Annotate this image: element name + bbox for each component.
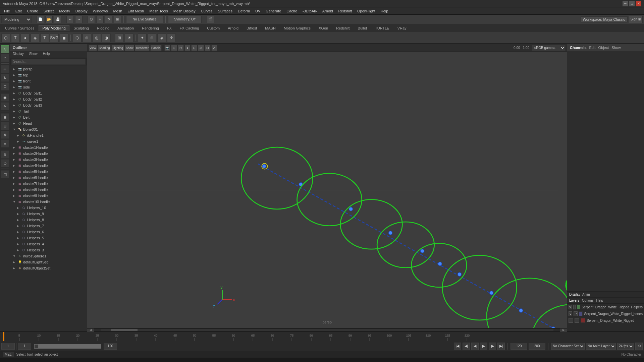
tab-mash[interactable]: MASH [261,25,279,31]
shelf-btn-6[interactable]: SVG [50,34,59,42]
tree-item-ikhandle1[interactable]: ▶ ⟳ ikHandle1 [10,132,87,138]
tree-item-cluster9[interactable]: ▶ ⊞ cluster9Handle [10,193,87,199]
tree-item-cluster7[interactable]: ▶ ⊞ cluster7Handle [10,181,87,187]
vp-smooth-btn[interactable]: ● [184,45,191,51]
tab-rendering[interactable]: Rendering [138,25,163,31]
tab-rigging[interactable]: Rigging [93,25,113,31]
tree-item-bone001[interactable]: ▼ 🦴 Bone001 [10,126,87,132]
move-tool-left[interactable]: ✛ [1,65,9,73]
tree-item-helpers7[interactable]: ▶ ⬡ Helpers_7 [10,223,87,229]
tab-sculpting[interactable]: Sculpting [70,25,93,31]
mel-label[interactable]: MEL [3,352,14,357]
tree-item-cluster3[interactable]: ▶ ⊞ cluster3Handle [10,157,87,163]
outliner-tab-help[interactable]: Help [40,51,53,58]
tab-motion-graphics[interactable]: Motion Graphics [280,25,314,31]
viewport-scrollbar-horizontal[interactable]: ◀ ▶ [87,328,567,331]
vp-menu-shading[interactable]: Shading [98,45,111,51]
tree-item-nurbssphere1[interactable]: ▼ ○ nurbsSphere1 [10,253,87,259]
live-surface-btn[interactable]: No Live Surface [126,16,163,23]
playback-range-bar[interactable] [34,344,101,349]
menu-file[interactable]: File [1,8,13,14]
scroll-thumb[interactable] [111,329,138,331]
tree-item-cluster5[interactable]: ▶ ⊞ cluster5Handle [10,169,87,175]
tab-bifrost[interactable]: Bifrost [243,25,261,31]
open-scene-btn[interactable]: 📂 [45,16,53,23]
tree-item-helpers4[interactable]: ▶ ⬡ Helpers_4 [10,241,87,247]
tab-vray[interactable]: VRay [394,25,410,31]
range-start-input[interactable] [18,343,31,350]
layer-vis-v2[interactable]: V [569,311,572,316]
tab-bullet[interactable]: Bullet [354,25,371,31]
vp-menu-panels[interactable]: Panels [150,45,162,51]
fps-dropdown[interactable]: 24 fps [617,343,634,350]
vp-aa-btn[interactable]: A [211,45,217,51]
layer-ref-empty2[interactable] [575,318,579,323]
shelf-btn-14[interactable]: ✦ [138,34,147,42]
shelf-btn-17[interactable]: ✛ [167,34,176,42]
vp-menu-show[interactable]: Show [125,45,135,51]
shelf-btn-11[interactable]: ◑ [102,34,111,42]
tree-item-cluster10[interactable]: ▼ ⊞ cluster10Handle [10,199,87,205]
menu-curves[interactable]: Curves [198,8,215,14]
outliner-tab-show[interactable]: Show [26,51,40,58]
vp-wireframe-btn[interactable]: ◻ [178,45,184,51]
move-tool-btn[interactable]: ✛ [96,16,104,23]
tree-item-persp[interactable]: ▶ 📷 persp [10,66,87,72]
tab-xgen[interactable]: XGen [315,25,332,31]
outliner-search-input[interactable] [11,59,86,65]
vp-xray-btn[interactable]: ⊡ [191,45,197,51]
tree-item-helpers6[interactable]: ▶ ⬡ Helpers_6 [10,229,87,235]
layer-subtab-help[interactable]: Help [596,299,603,302]
vp-grid-btn[interactable]: ⊞ [171,45,177,51]
tab-redshift[interactable]: Redshift [332,25,353,31]
layer-subtab-options[interactable]: Options [582,299,593,302]
vp-menu-renderer[interactable]: Renderer [135,45,150,51]
shelf-btn-1[interactable]: ⬡ [1,34,10,42]
scale-tool-btn[interactable]: ⊞ [114,16,121,23]
tree-item-tail[interactable]: ▶ ⬡ Tail [10,108,87,114]
tab-curves-surfaces[interactable]: Curves / Surfaces [1,25,38,31]
lasso-tool[interactable]: ⊙ [1,54,9,62]
tree-item-body1[interactable]: ▶ ⬡ Body_part1 [10,90,87,96]
cb-tab-edit[interactable]: Edit [589,46,596,50]
menu-help[interactable]: Help [378,8,391,14]
menu-mesh[interactable]: Mesh [110,8,125,14]
shelf-btn-5[interactable]: T [40,34,49,42]
layer-item-rigged[interactable]: Serpent_Dragon_White_Rigged [567,317,644,324]
save-scene-btn[interactable]: 💾 [54,16,61,23]
select-tool-btn[interactable]: ⬡ [88,16,95,23]
tree-item-default-object-set[interactable]: ▶ ⊕ defaultObjectSet [10,265,87,271]
menu-arnold[interactable]: Arnold [320,8,336,14]
tree-item-cluster4[interactable]: ▶ ⊞ cluster4Handle [10,163,87,169]
shelf-btn-16[interactable]: ◈ [157,34,166,42]
snap-tool[interactable]: ⊕ [1,150,9,159]
outliner-tab-display[interactable]: Display [10,51,26,58]
tree-item-helpers3[interactable]: ▶ ⬡ Helpers_3 [10,247,87,253]
menu-cache[interactable]: Cache [284,8,300,14]
shelf-btn-10[interactable]: ◎ [92,34,101,42]
cb-tab-object[interactable]: Object [598,46,609,50]
go-start-btn[interactable]: |◀ [454,343,461,350]
close-button[interactable]: ✕ [636,1,641,6]
layer-tab-anim[interactable]: Anim [582,293,590,296]
vp-menu-view[interactable]: View [89,45,97,51]
anim-layer-dropdown[interactable]: No Anim Layer [586,343,616,350]
menu-mesh-tools[interactable]: Mesh Tools [147,8,170,14]
tree-item-head[interactable]: ▶ ⬡ Head [10,120,87,126]
tree-item-helpers10[interactable]: ▶ ⬡ Helpers_10 [10,205,87,211]
range-handle[interactable] [34,344,38,348]
step-forward-btn[interactable]: |▶ [489,343,496,350]
wire-tool[interactable]: ≡ [1,139,9,147]
tab-arnold[interactable]: Arnold [224,25,242,31]
curve-snap-tool[interactable]: ◇ [1,159,9,167]
soft-select-tool[interactable]: ◉ [1,94,9,102]
timeline-ruler[interactable]: 5 10 15 20 25 30 35 40 45 50 55 60 65 70… [0,332,644,341]
menu-generate[interactable]: Generate [263,8,284,14]
cluster-tool[interactable]: ⊞ [1,113,9,121]
scroll-left-arrow[interactable]: ◀ [87,328,94,332]
tree-item-top[interactable]: ▶ 📷 top [10,72,87,78]
maximize-button[interactable]: □ [629,1,635,6]
menu-mesh-display[interactable]: Mesh Display [171,8,198,14]
layer-ref-p[interactable]: P [574,311,577,316]
vp-hud-btn[interactable]: ⊟ [205,45,211,51]
